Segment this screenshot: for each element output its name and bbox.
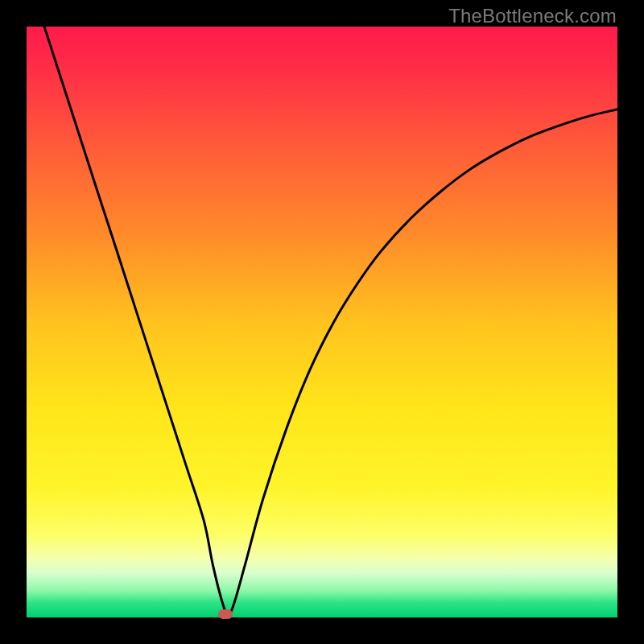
chart-frame [27, 27, 617, 617]
bottleneck-curve [44, 27, 617, 615]
curve-layer [27, 27, 617, 617]
optimum-marker [218, 609, 233, 619]
watermark-text: TheBottleneck.com [448, 5, 617, 27]
